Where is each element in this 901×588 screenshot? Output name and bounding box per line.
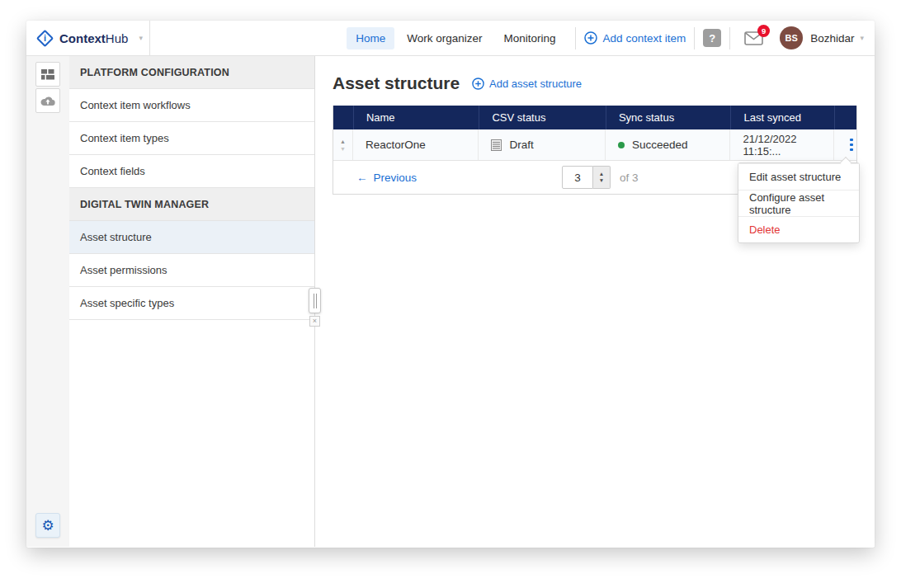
move-up-icon[interactable]: ▲ <box>340 139 346 144</box>
settings-button[interactable]: ⚙ <box>35 513 60 538</box>
tab-home[interactable]: Home <box>347 27 394 49</box>
column-header-name: Name <box>353 106 479 129</box>
section-header-digital-twin-manager: DIGITAL TWIN MANAGER <box>69 188 314 221</box>
menu-item-delete[interactable]: Delete <box>738 216 859 242</box>
section-header-platform-configuration: PLATFORM CONFIGURATION <box>69 56 314 89</box>
reorder-column-header <box>333 106 353 129</box>
body: ⚙ PLATFORM CONFIGURATION Context item wo… <box>26 56 875 547</box>
menu-item-configure-asset-structure[interactable]: Configure asset structure <box>738 190 859 216</box>
plus-circle-icon <box>584 31 597 45</box>
cell-csv-status: Draft <box>479 129 606 160</box>
cell-actions <box>834 129 856 160</box>
menu-item-edit-asset-structure[interactable]: Edit asset structure <box>738 163 859 190</box>
add-context-item-button[interactable]: Add context item <box>584 31 686 45</box>
gear-icon: ⚙ <box>41 517 54 534</box>
cell-sync-status: Succeeded <box>606 129 731 160</box>
nav-item-asset-specific-types[interactable]: Asset specific types <box>69 287 314 320</box>
topbar: i ContextHub ▾ Home Work organizer Monit… <box>26 21 875 56</box>
divider <box>575 27 576 49</box>
actions-column-header <box>834 106 856 129</box>
row-reorder-cell: ▲ ▼ <box>333 129 353 160</box>
page-number-group: ▲ ▼ of 3 <box>562 166 639 189</box>
chevron-down-icon: ▾ <box>860 34 864 42</box>
brand-name: ContextHub <box>59 31 128 45</box>
divider <box>694 27 695 49</box>
help-button[interactable]: ? <box>703 29 721 47</box>
app-window: i ContextHub ▾ Home Work organizer Monit… <box>26 21 875 548</box>
plus-circle-icon <box>472 78 484 90</box>
divider <box>729 27 730 49</box>
nav-item-asset-structure[interactable]: Asset structure <box>69 221 314 254</box>
nav-item-context-item-types[interactable]: Context item types <box>69 122 314 155</box>
cell-name: ReactorOne <box>353 129 479 160</box>
column-header-sync-status: Sync status <box>606 106 731 129</box>
scrollbar-thumb[interactable] <box>309 288 321 313</box>
tab-monitoring[interactable]: Monitoring <box>495 27 565 49</box>
nav-item-context-fields[interactable]: Context fields <box>69 155 314 188</box>
nav-item-asset-permissions[interactable]: Asset permissions <box>69 254 314 287</box>
table-row: ▲ ▼ ReactorOne Draft Succeeded 21/1 <box>333 129 856 161</box>
success-status-dot <box>618 142 625 148</box>
apps-layout-button[interactable] <box>35 62 60 87</box>
avatar: BS <box>780 26 803 49</box>
previous-page-button[interactable]: ← Previous <box>356 172 417 184</box>
stepper-down-icon[interactable]: ▼ <box>599 178 604 184</box>
stepper-up-icon[interactable]: ▲ <box>599 172 604 177</box>
page-title: Asset structure <box>333 73 460 93</box>
layout-grid-icon <box>41 69 54 80</box>
panel-scrollbar: × <box>309 288 321 327</box>
icon-rail: ⚙ <box>26 56 69 547</box>
tab-work-organizer[interactable]: Work organizer <box>398 27 491 49</box>
config-nav-panel: PLATFORM CONFIGURATION Context item work… <box>69 56 315 547</box>
scrollbar-close-button[interactable]: × <box>309 316 320 327</box>
cloud-upload-button[interactable] <box>35 88 60 113</box>
user-name: Bozhidar <box>810 32 854 45</box>
notifications-button[interactable]: 9 <box>744 31 763 45</box>
title-row: Asset structure Add asset structure <box>333 73 858 93</box>
move-down-icon[interactable]: ▼ <box>340 146 346 152</box>
cell-last-synced: 21/12/2022 11:15:... <box>730 129 834 160</box>
nav-item-context-item-workflows[interactable]: Context item workflows <box>69 89 314 122</box>
document-icon <box>491 139 502 151</box>
row-actions-kebab-icon[interactable] <box>847 135 856 155</box>
column-header-csv-status: CSV status <box>479 106 606 129</box>
column-header-last-synced: Last synced <box>730 106 834 129</box>
user-menu[interactable]: BS Bozhidar ▾ <box>769 26 864 49</box>
page-number-input[interactable] <box>562 166 593 189</box>
table-header-row: Name CSV status Sync status Last synced <box>333 106 856 129</box>
notification-badge: 9 <box>757 25 770 37</box>
topbar-right: Home Work organizer Monitoring Add conte… <box>150 21 875 55</box>
brand-switcher[interactable]: i ContextHub ▾ <box>26 21 150 55</box>
page-count-label: of 3 <box>620 172 639 184</box>
cloud-upload-icon <box>40 96 55 106</box>
page-number-stepper[interactable]: ▲ ▼ <box>593 166 611 189</box>
add-asset-structure-button[interactable]: Add asset structure <box>472 78 582 90</box>
contexthub-logo-icon: i <box>36 29 54 46</box>
main-content: Asset structure Add asset structure Name… <box>315 56 875 547</box>
row-actions-context-menu: Edit asset structure Configure asset str… <box>738 162 860 243</box>
chevron-down-icon: ▾ <box>139 34 143 42</box>
left-arrow-icon: ← <box>356 172 368 184</box>
